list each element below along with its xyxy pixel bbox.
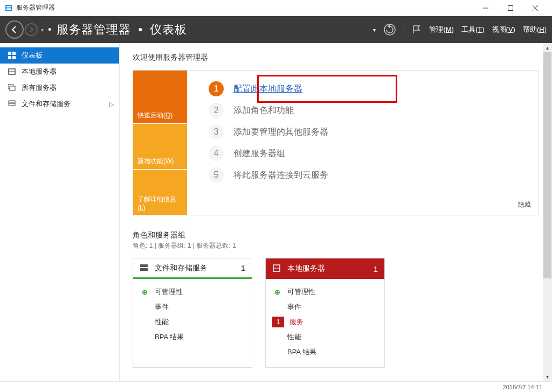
svg-rect-3 — [6, 9, 11, 10]
tile-row-performance[interactable]: 性能 — [140, 314, 245, 330]
server-icon — [8, 67, 16, 76]
roles-section-subtitle: 角色: 1 | 服务器组: 1 | 服务器总数: 1 — [133, 241, 539, 250]
quick-item-configure-local[interactable]: 1 配置此本地服务器 — [209, 78, 528, 100]
chevron-right-icon: • — [138, 23, 143, 36]
status-bar: 2018/7/7 14:11 — [0, 381, 552, 392]
flag-icon[interactable] — [412, 25, 422, 34]
breadcrumb: 服务器管理器 • 仪表板 — [57, 22, 187, 38]
svg-rect-11 — [8, 56, 11, 59]
tile-row-bpa[interactable]: BPA 结果 — [272, 345, 378, 360]
svg-rect-17 — [9, 101, 15, 103]
storage-icon — [8, 100, 16, 108]
tile-count: 1 — [241, 263, 245, 272]
svg-rect-20 — [140, 268, 148, 271]
step-number: 5 — [209, 167, 224, 183]
vertical-scrollbar[interactable]: ▴ ▾ — [543, 43, 552, 381]
scroll-thumb[interactable] — [543, 52, 551, 278]
step-label: 将此服务器连接到云服务 — [233, 170, 328, 181]
menu-help[interactable]: 帮助(H) — [523, 25, 547, 34]
step-label: 添加要管理的其他服务器 — [233, 127, 328, 138]
step-number: 3 — [209, 124, 224, 139]
chevron-right-icon: ▷ — [109, 101, 114, 108]
header-ribbon: ▾ • 服务器管理器 • 仪表板 ▾ 管理(M) 工具(T) 视图(V) 帮助(… — [0, 16, 552, 43]
breadcrumb-app: 服务器管理器 — [57, 23, 131, 36]
svg-rect-1 — [6, 6, 11, 7]
window-titlebar: 服务器管理器 — [0, 0, 552, 16]
sidebar-item-label: 本地服务器 — [22, 67, 57, 76]
alert-badge: 1 — [272, 317, 284, 327]
quick-sidebar: 快速启动(Q) 新增功能(W) 了解详细信息(L) — [133, 71, 187, 215]
menu-tools[interactable]: 工具(T) — [461, 25, 485, 34]
window-title: 服务器管理器 — [16, 3, 473, 12]
svg-rect-12 — [12, 56, 16, 59]
welcome-title: 欢迎使用服务器管理器 — [133, 53, 539, 62]
breadcrumb-page: 仪表板 — [150, 23, 187, 36]
quick-item-add-roles[interactable]: 2 添加角色和功能 — [209, 100, 528, 121]
servers-icon — [8, 83, 16, 92]
scroll-up-icon[interactable]: ▴ — [543, 43, 552, 52]
arrow-up-icon: ⊕ — [272, 288, 282, 296]
hide-link[interactable]: 隐藏 — [518, 200, 531, 209]
sidebar-item-label: 文件和存储服务 — [22, 99, 71, 109]
storage-icon — [140, 263, 149, 273]
arrow-up-icon: ⊕ — [140, 288, 149, 296]
svg-rect-9 — [8, 52, 11, 55]
close-button[interactable] — [523, 0, 548, 16]
header-separator — [404, 23, 404, 36]
roles-section-title: 角色和服务器组 — [133, 230, 539, 240]
tile-title: 本地服务器 — [287, 264, 325, 274]
dropdown-caret-icon[interactable]: ▾ — [373, 27, 376, 33]
tile-title: 文件和存储服务 — [155, 263, 208, 273]
scroll-down-icon[interactable]: ▾ — [543, 372, 552, 381]
tile-file-storage[interactable]: 文件和存储服务 1 ⊕ 可管理性 事件 性能 BPA 结果 — [133, 258, 252, 368]
minimize-button[interactable] — [473, 0, 498, 16]
quick-item-create-group[interactable]: 4 创建服务器组 — [209, 143, 528, 164]
quick-tab-whatsnew[interactable]: 新增功能(W) — [133, 123, 187, 169]
menu-view[interactable]: 视图(V) — [492, 25, 515, 34]
quick-item-add-servers[interactable]: 3 添加要管理的其他服务器 — [209, 121, 528, 143]
quick-start-panel: 快速启动(Q) 新增功能(W) 了解详细信息(L) 1 配置此本地服务器 2 添… — [133, 70, 539, 215]
sidebar-item-file-storage[interactable]: 文件和存储服务 ▷ — [0, 96, 119, 112]
tile-row-manageability[interactable]: ⊕ 可管理性 — [140, 284, 245, 299]
dashboard-icon — [8, 51, 16, 60]
sidebar-item-all-servers[interactable]: 所有服务器 — [0, 80, 119, 96]
server-icon — [272, 264, 282, 274]
step-label: 配置此本地服务器 — [233, 83, 302, 95]
tile-row-bpa[interactable]: BPA 结果 — [140, 330, 245, 345]
tile-count: 1 — [374, 264, 378, 274]
tile-row-performance[interactable]: 性能 — [272, 330, 378, 345]
step-label: 添加角色和功能 — [233, 105, 294, 116]
tile-row-services[interactable]: 1 服务 — [272, 314, 378, 330]
nav-dropdown-icon[interactable]: ▾ — [41, 27, 44, 33]
tile-local-server[interactable]: 本地服务器 1 ⊕ 可管理性 事件 1 服务 性能 — [265, 258, 385, 368]
sidebar: 仪表板 本地服务器 所有服务器 文件和存储服务 ▷ — [0, 43, 120, 381]
svg-rect-19 — [140, 264, 148, 267]
svg-rect-18 — [9, 103, 15, 106]
maximize-button[interactable] — [498, 0, 523, 16]
step-label: 创建服务器组 — [233, 148, 285, 159]
step-number: 1 — [209, 81, 224, 96]
quick-item-connect-cloud[interactable]: 5 将此服务器连接到云服务 — [209, 164, 528, 186]
svg-rect-2 — [6, 8, 11, 9]
bullet-icon: • — [48, 24, 51, 36]
svg-rect-16 — [10, 86, 15, 90]
nav-back-button[interactable] — [5, 20, 24, 39]
quick-tab-learnmore[interactable]: 了解详细信息(L) — [133, 169, 187, 215]
app-icon — [4, 4, 13, 12]
quick-tab-quickstart[interactable]: 快速启动(Q) — [133, 71, 187, 123]
sidebar-item-label: 所有服务器 — [22, 83, 57, 93]
svg-rect-5 — [508, 5, 513, 10]
menu-manage[interactable]: 管理(M) — [429, 25, 454, 34]
tile-row-events[interactable]: 事件 — [140, 299, 245, 314]
nav-forward-button[interactable] — [25, 23, 38, 36]
sidebar-item-dashboard[interactable]: 仪表板 — [0, 47, 119, 64]
sidebar-item-label: 仪表板 — [22, 51, 43, 60]
status-datetime: 2018/7/7 14:11 — [503, 384, 542, 390]
refresh-icon[interactable] — [383, 23, 396, 36]
step-number: 2 — [209, 103, 224, 118]
step-number: 4 — [209, 146, 224, 161]
sidebar-item-local-server[interactable]: 本地服务器 — [0, 64, 119, 80]
tile-row-events[interactable]: 事件 — [272, 299, 378, 314]
tile-row-manageability[interactable]: ⊕ 可管理性 — [272, 284, 378, 299]
svg-rect-10 — [12, 52, 16, 55]
